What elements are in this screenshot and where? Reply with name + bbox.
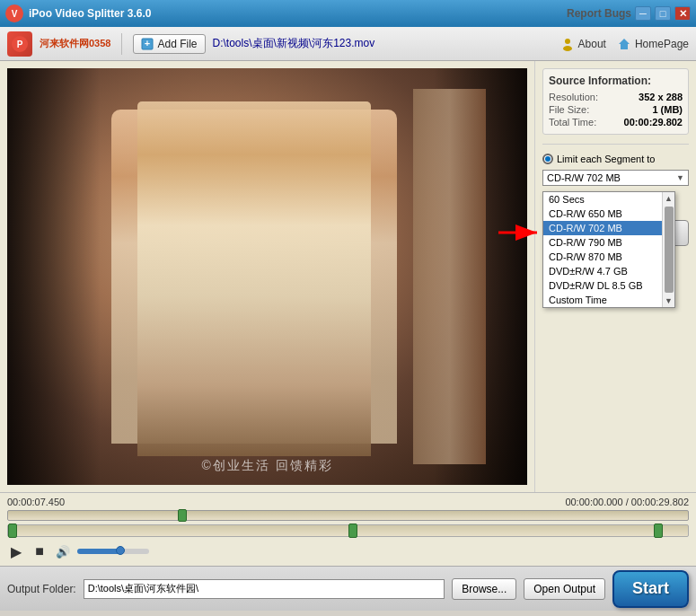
dropdown-popup: 60 Secs CD-R/W 650 MB CD-R/W 702 MB CD-R…: [542, 191, 675, 308]
totaltime-value: 00:00:29.802: [624, 117, 683, 128]
current-time: 00:00:07.450: [7, 497, 65, 507]
dropdown-item-6[interactable]: DVD±R/W DL 8.5 GB: [543, 278, 662, 293]
playback-controls: ▶ ■ 🔊: [7, 541, 689, 562]
dropdown-item-4[interactable]: CD-R/W 870 MB: [543, 250, 662, 264]
source-info-box: Source Information: Resolution: 352 x 28…: [542, 68, 689, 135]
dropdown-item-1[interactable]: CD-R/W 650 MB: [543, 207, 662, 221]
limit-segment-row: Limit each Segment to: [542, 154, 689, 164]
app-logo: P: [7, 31, 32, 57]
red-arrow-indicator: [494, 217, 543, 249]
svg-text:P: P: [17, 40, 23, 49]
svg-point-4: [565, 39, 570, 44]
limit-segment-radio[interactable]: [542, 154, 553, 164]
limit-segment-label: Limit each Segment to: [557, 154, 655, 164]
volume-icon: 🔊: [54, 542, 72, 560]
scroll-down-icon[interactable]: ▼: [665, 296, 673, 305]
play-button[interactable]: ▶: [7, 542, 25, 560]
segment-end-marker[interactable]: [654, 524, 663, 538]
dropdown-arrow-icon: ▼: [676, 173, 684, 182]
svg-text:+: +: [145, 38, 150, 48]
dropdown-item-2[interactable]: CD-R/W 702 MB: [543, 221, 662, 235]
filesize-row: File Size: 1 (MB): [549, 103, 683, 116]
app-icon: V: [5, 4, 23, 22]
close-button[interactable]: ✕: [674, 6, 691, 21]
time-display-row: 00:00:07.450 00:00:00.000 / 00:00:29.802: [7, 497, 689, 507]
volume-slider[interactable]: [77, 549, 149, 554]
totaltime-label: Total Time:: [549, 117, 596, 128]
person-icon: [560, 37, 575, 51]
dropdown-selected: CD-R/W 702 MB: [547, 172, 676, 183]
watermark-text: 河来软件网0358: [40, 37, 110, 50]
add-file-icon: +: [141, 38, 154, 50]
scrubber-thumb[interactable]: [178, 509, 187, 522]
dropdown-item-5[interactable]: DVD±R/W 4.7 GB: [543, 264, 662, 278]
app-title: iPoo Video Splitter 3.6.0: [29, 7, 151, 20]
about-link[interactable]: About: [560, 37, 606, 51]
scroll-thumb[interactable]: [665, 207, 674, 293]
svg-point-5: [563, 46, 572, 51]
dropdown-item-3[interactable]: CD-R/W 790 MB: [543, 235, 662, 250]
output-folder-label: Output Folder:: [7, 583, 76, 595]
homepage-link[interactable]: HomePage: [617, 37, 689, 51]
bottom-bar: Output Folder: Browse... Open Output Sta…: [0, 566, 696, 611]
minimize-button[interactable]: ─: [635, 6, 651, 21]
segment-mid-marker[interactable]: [348, 524, 357, 538]
total-time: 00:00:00.000 / 00:00:29.802: [565, 497, 689, 507]
open-output-button[interactable]: Open Output: [524, 578, 605, 600]
file-path: D:\tools\桌面\新视频\河东123.mov: [213, 36, 553, 51]
video-watermark: ©创业生活 回馈精彩: [201, 458, 332, 474]
main-content: ©创业生活 回馈精彩 Source Information: Resolutio…: [0, 61, 696, 492]
filesize-value: 1 (MB): [652, 104, 683, 115]
volume-thumb[interactable]: [116, 546, 125, 555]
resolution-row: Resolution: 352 x 288: [549, 91, 683, 103]
divider-1: [542, 144, 689, 145]
output-path-input[interactable]: [84, 579, 445, 599]
totaltime-row: Total Time: 00:00:29.802: [549, 116, 683, 128]
maximize-button[interactable]: □: [655, 6, 671, 21]
home-icon: [617, 37, 631, 51]
browse-button[interactable]: Browse...: [452, 578, 516, 600]
stop-button[interactable]: ■: [31, 542, 48, 560]
dropdown-item-0[interactable]: 60 Secs: [543, 192, 662, 207]
segment-start-marker[interactable]: [8, 524, 17, 538]
segment-size-dropdown[interactable]: CD-R/W 702 MB ▼ 60 Secs CD-R/W 650 MB CD…: [542, 170, 689, 186]
resolution-label: Resolution:: [549, 92, 598, 102]
segment-track[interactable]: [7, 524, 689, 537]
source-info-title: Source Information:: [549, 75, 683, 87]
toolbar: P 河来软件网0358 + Add File D:\tools\桌面\新视频\河…: [0, 27, 696, 61]
resolution-value: 352 x 288: [639, 92, 683, 102]
add-file-button[interactable]: + Add File: [133, 34, 205, 54]
scroll-up-icon[interactable]: ▲: [665, 194, 673, 203]
svg-marker-6: [619, 39, 630, 49]
main-scrubber[interactable]: [7, 510, 689, 521]
title-bar: V iPoo Video Splitter 3.6.0 Report Bugs …: [0, 0, 696, 27]
video-panel[interactable]: ©创业生活 回馈精彩: [7, 68, 527, 485]
filesize-label: File Size:: [549, 104, 589, 115]
controls-area: 00:00:07.450 00:00:00.000 / 00:00:29.802…: [0, 492, 696, 566]
start-button[interactable]: Start: [612, 570, 689, 608]
report-bugs-link[interactable]: Report Bugs: [567, 7, 631, 20]
right-panel: Source Information: Resolution: 352 x 28…: [534, 61, 696, 492]
dropdown-item-7[interactable]: Custom Time: [543, 293, 662, 307]
